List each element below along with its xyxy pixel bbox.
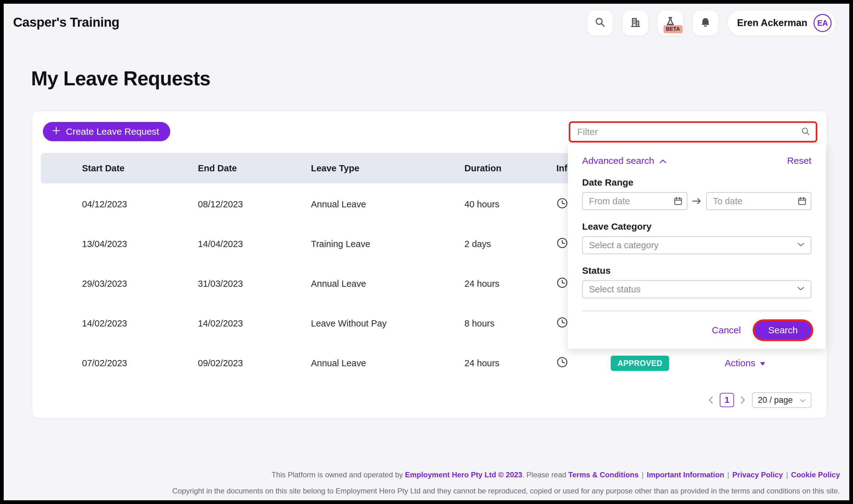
app-page: Casper's Training bbox=[4, 4, 849, 500]
status-select[interactable]: Select status bbox=[582, 280, 812, 298]
cell-end-date: 09/02/2023 bbox=[198, 358, 311, 368]
triangle-down-icon bbox=[760, 358, 766, 368]
chevron-up-icon bbox=[659, 156, 667, 166]
leave-category-label: Leave Category bbox=[582, 221, 812, 232]
status-badge: APPROVED bbox=[611, 356, 669, 371]
building-icon bbox=[629, 16, 642, 30]
cell-leave-type: Annual Leave bbox=[311, 279, 465, 289]
to-date-field bbox=[706, 192, 812, 210]
cell-duration: 24 hours bbox=[465, 358, 556, 368]
cell-start-date: 07/02/2023 bbox=[82, 358, 198, 368]
page-size-value: 20 / page bbox=[758, 395, 793, 405]
cell-end-date: 14/02/2023 bbox=[198, 319, 311, 329]
terms-link[interactable]: Terms & Conditions bbox=[569, 470, 639, 479]
cell-leave-type: Annual Leave bbox=[311, 199, 465, 210]
avatar: EA bbox=[814, 14, 832, 32]
chevron-down-icon bbox=[797, 286, 804, 292]
from-date-field bbox=[582, 192, 687, 210]
search-button[interactable] bbox=[587, 10, 613, 36]
brand-title: Casper's Training bbox=[13, 15, 119, 30]
footer-separator: | bbox=[727, 470, 729, 479]
cell-duration: 8 hours bbox=[465, 319, 556, 329]
footer-text: This Platform is owned and operated by bbox=[272, 470, 405, 479]
pagination: 1 20 / page bbox=[707, 392, 812, 408]
bell-icon bbox=[699, 16, 711, 30]
leave-requests-card: Create Leave Request Start Date End Date… bbox=[32, 111, 827, 418]
cell-leave-type: Training Leave bbox=[311, 239, 465, 249]
actions-dropdown[interactable]: Actions bbox=[725, 358, 818, 368]
create-leave-request-button[interactable]: Create Leave Request bbox=[43, 122, 170, 141]
panel-divider bbox=[582, 311, 812, 311]
page-size-select[interactable]: 20 / page bbox=[752, 392, 812, 408]
notifications-button[interactable] bbox=[693, 10, 718, 36]
important-information-link[interactable]: Important Information bbox=[647, 470, 724, 479]
cell-start-date: 14/02/2023 bbox=[82, 319, 198, 329]
advanced-search-panel: Advanced search Reset Date Range bbox=[568, 144, 826, 349]
privacy-policy-link[interactable]: Privacy Policy bbox=[732, 470, 783, 479]
table-row: 07/02/2023 09/02/2023 Annual Leave 24 ho… bbox=[41, 343, 818, 383]
column-end-date: End Date bbox=[198, 163, 311, 174]
actions-label: Actions bbox=[725, 358, 755, 368]
next-page-button[interactable] bbox=[739, 395, 747, 405]
organisation-button[interactable] bbox=[623, 10, 648, 36]
cell-duration: 2 days bbox=[465, 239, 556, 249]
footer-text: . Please read bbox=[522, 470, 568, 479]
cancel-button[interactable]: Cancel bbox=[712, 325, 741, 336]
filter-field bbox=[569, 121, 817, 142]
to-date-input[interactable] bbox=[706, 192, 812, 210]
column-duration: Duration bbox=[465, 163, 556, 174]
calendar-icon[interactable] bbox=[673, 196, 683, 207]
top-bar-actions: BETA Eren Ackerman EA bbox=[587, 10, 836, 36]
date-range-label: Date Range bbox=[582, 177, 812, 188]
cookie-policy-link[interactable]: Cookie Policy bbox=[791, 470, 840, 479]
cell-start-date: 13/04/2023 bbox=[82, 239, 198, 249]
status-label: Status bbox=[582, 265, 812, 276]
filter-input[interactable] bbox=[569, 121, 817, 142]
plus-icon bbox=[52, 126, 61, 138]
beta-features-button[interactable]: BETA bbox=[658, 10, 683, 36]
footer-separator: | bbox=[642, 470, 644, 479]
column-start-date: Start Date bbox=[82, 163, 198, 174]
create-leave-request-label: Create Leave Request bbox=[66, 126, 159, 137]
column-leave-type: Leave Type bbox=[311, 163, 465, 174]
search-icon bbox=[801, 126, 811, 138]
cell-end-date: 31/03/2023 bbox=[198, 279, 311, 289]
footer-legal-line: This Platform is owned and operated by E… bbox=[272, 470, 840, 479]
reset-button[interactable]: Reset bbox=[787, 156, 812, 166]
cell-start-date: 29/03/2023 bbox=[82, 279, 198, 289]
search-button-panel[interactable]: Search bbox=[754, 321, 812, 339]
user-menu[interactable]: Eren Ackerman EA bbox=[728, 10, 836, 36]
cell-end-date: 14/04/2023 bbox=[198, 239, 311, 249]
page-title: My Leave Requests bbox=[31, 67, 210, 90]
beta-badge: BETA bbox=[663, 25, 682, 33]
leave-category-select[interactable]: Select a category bbox=[582, 236, 812, 254]
page-number[interactable]: 1 bbox=[720, 393, 734, 407]
advanced-search-label: Advanced search bbox=[582, 156, 654, 166]
cell-start-date: 04/12/2023 bbox=[82, 199, 198, 210]
advanced-search-toggle[interactable]: Advanced search bbox=[582, 156, 667, 166]
company-link[interactable]: Employment Hero Pty Ltd © 2023 bbox=[405, 470, 522, 479]
chevron-down-icon bbox=[797, 242, 804, 248]
cell-leave-type: Annual Leave bbox=[311, 358, 465, 368]
screenshot-frame: Casper's Training bbox=[0, 0, 853, 504]
cell-end-date: 08/12/2023 bbox=[198, 199, 311, 210]
previous-page-button[interactable] bbox=[707, 395, 715, 405]
arrow-right-icon bbox=[692, 197, 702, 205]
clock-icon[interactable] bbox=[556, 356, 611, 370]
footer-separator: | bbox=[786, 470, 788, 479]
chevron-down-icon bbox=[800, 395, 806, 405]
cell-duration: 24 hours bbox=[465, 279, 556, 289]
leave-category-placeholder: Select a category bbox=[589, 240, 659, 250]
cell-duration: 40 hours bbox=[465, 199, 556, 210]
footer-copyright-line: Copyright in the documents on this site … bbox=[172, 487, 840, 495]
search-icon bbox=[594, 16, 606, 30]
cell-leave-type: Leave Without Pay bbox=[311, 319, 465, 329]
status-placeholder: Select status bbox=[589, 284, 641, 294]
from-date-input[interactable] bbox=[582, 192, 687, 210]
user-name: Eren Ackerman bbox=[737, 17, 807, 29]
calendar-icon[interactable] bbox=[797, 196, 807, 207]
